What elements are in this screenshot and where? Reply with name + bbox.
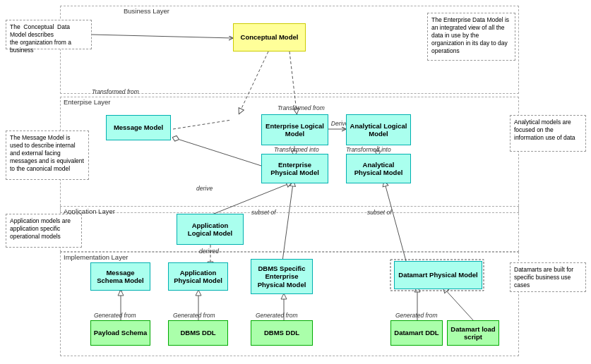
edge-label-derived-app: derived xyxy=(199,248,219,255)
edge-label-subset-of-2: subset of xyxy=(367,209,392,216)
edge-label-transformed-from-1: Transformed from xyxy=(92,88,139,95)
analytical-physical-model-node[interactable]: Analytical Physical Model xyxy=(346,154,411,183)
analytical-logical-model-node[interactable]: Analytical Logical Model xyxy=(346,114,411,145)
payload-schema-node[interactable]: Payload Schema xyxy=(90,320,150,346)
edge-label-transformed-from-2: Transformed from xyxy=(277,104,325,111)
application-logical-model-node[interactable]: Application Logical Model xyxy=(177,214,244,245)
dbms-ddl-1-node[interactable]: DBMS DDL xyxy=(168,320,228,346)
edge-label-gen-from-1: Generated from xyxy=(94,312,136,319)
implementation-layer-label: Implementation Layer xyxy=(64,253,128,261)
edge-label-gen-from-4: Generated from xyxy=(395,312,438,319)
datamart-ddl-node[interactable]: Datamart DDL xyxy=(390,320,443,346)
application-layer-box xyxy=(60,206,519,252)
tooltip-datamart: Datamarts are built for specific busines… xyxy=(510,262,586,292)
edge-label-derive: derive xyxy=(196,185,213,192)
edge-label-transformed-into-1: Transformed into xyxy=(274,146,319,153)
edge-label-transformed-into-2: Transformed into xyxy=(346,146,391,153)
conceptual-model-node[interactable]: Conceptual Model xyxy=(233,23,306,51)
tooltip-application: Application models are application speci… xyxy=(6,214,82,248)
edge-label-gen-from-2: Generated from xyxy=(173,312,215,319)
datamart-load-script-node[interactable]: Datamart load script xyxy=(447,320,499,346)
message-model-node[interactable]: Message Model xyxy=(106,115,171,140)
tooltip-analytical: Analytical models are focused on the inf… xyxy=(510,115,586,152)
diagram-container: Business Layer Enterpise Layer Applicati… xyxy=(0,0,591,364)
application-physical-model-node[interactable]: Application Physical Model xyxy=(168,262,228,291)
enterprise-layer-label: Enterpise Layer xyxy=(64,98,111,106)
dbms-specific-model-node[interactable]: DBMS Specific Enterprise Physical Model xyxy=(251,259,313,294)
enterprise-physical-model-node[interactable]: Enterprise Physical Model xyxy=(261,154,328,183)
tooltip-enterprise: The Enterprise Data Model is an integrat… xyxy=(427,13,515,61)
dbms-ddl-2-node[interactable]: DBMS DDL xyxy=(251,320,313,346)
tooltip-message: The Message Model is used to describe in… xyxy=(6,131,89,180)
tooltip-conceptual: The Conceptual Data Model describesthe o… xyxy=(6,20,92,49)
edge-label-subset-of-1: subset of xyxy=(251,209,276,216)
datamart-physical-model-node[interactable]: Datamart Physical Model xyxy=(394,261,482,289)
enterprise-logical-model-node[interactable]: Enterprise Logical Model xyxy=(261,114,328,145)
message-schema-model-node[interactable]: Message Schema Model xyxy=(90,262,150,291)
business-layer-label: Business Layer xyxy=(124,7,169,15)
edge-label-gen-from-3: Generated from xyxy=(256,312,298,319)
